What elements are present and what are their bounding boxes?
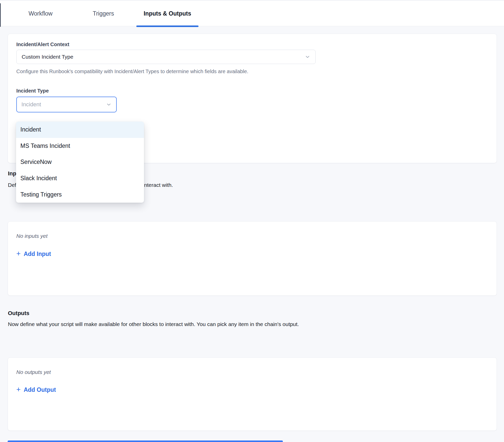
chevron-down-icon bbox=[305, 54, 310, 60]
incident-alert-context-help: Configure this Runbook's compatibility w… bbox=[16, 69, 248, 74]
add-output-label: Add Output bbox=[24, 386, 56, 393]
tab-workflow[interactable]: Workflow bbox=[29, 1, 52, 26]
menu-option-slack-incident[interactable]: Slack Incident bbox=[16, 170, 144, 187]
outputs-section-description: Now define what your script will make av… bbox=[8, 321, 299, 327]
incident-alert-context-value: Custom Incident Type bbox=[22, 54, 305, 60]
add-input-button[interactable]: + Add Input bbox=[16, 250, 51, 258]
no-inputs-text: No inputs yet bbox=[16, 233, 48, 239]
chevron-down-icon bbox=[106, 102, 112, 107]
incident-type-dropdown-menu: Incident MS Teams Incident ServiceNow Sl… bbox=[16, 122, 144, 203]
inputs-empty-card: No inputs yet + Add Input bbox=[8, 221, 497, 296]
incident-type-placeholder: Incident bbox=[21, 101, 106, 108]
menu-option-incident[interactable]: Incident bbox=[16, 122, 144, 138]
menu-option-testing-triggers[interactable]: Testing Triggers bbox=[16, 186, 144, 203]
window-left-edge bbox=[0, 3, 1, 27]
outputs-section-title: Outputs bbox=[8, 310, 29, 317]
tab-inputs-outputs[interactable]: Inputs & Outputs bbox=[136, 1, 198, 26]
incident-alert-context-label: Incident/Alert Context bbox=[16, 42, 69, 47]
menu-option-servicenow[interactable]: ServiceNow bbox=[16, 154, 144, 170]
add-output-button[interactable]: + Add Output bbox=[16, 386, 56, 394]
incident-alert-context-select[interactable]: Custom Incident Type bbox=[16, 50, 316, 64]
outputs-empty-card: No outputs yet + Add Output bbox=[8, 357, 497, 431]
add-input-label: Add Input bbox=[24, 251, 51, 257]
plus-icon: + bbox=[16, 250, 21, 257]
plus-icon: + bbox=[16, 386, 21, 393]
menu-option-ms-teams-incident[interactable]: MS Teams Incident bbox=[16, 138, 144, 154]
incident-type-label: Incident Type bbox=[16, 88, 49, 94]
no-outputs-text: No outputs yet bbox=[16, 369, 51, 375]
tab-bar: Workflow Triggers Inputs & Outputs bbox=[0, 1, 504, 26]
tab-triggers[interactable]: Triggers bbox=[93, 1, 114, 26]
bottom-button-edge bbox=[8, 440, 283, 442]
incident-type-select[interactable]: Incident bbox=[16, 97, 117, 112]
active-tab-indicator bbox=[136, 25, 198, 27]
